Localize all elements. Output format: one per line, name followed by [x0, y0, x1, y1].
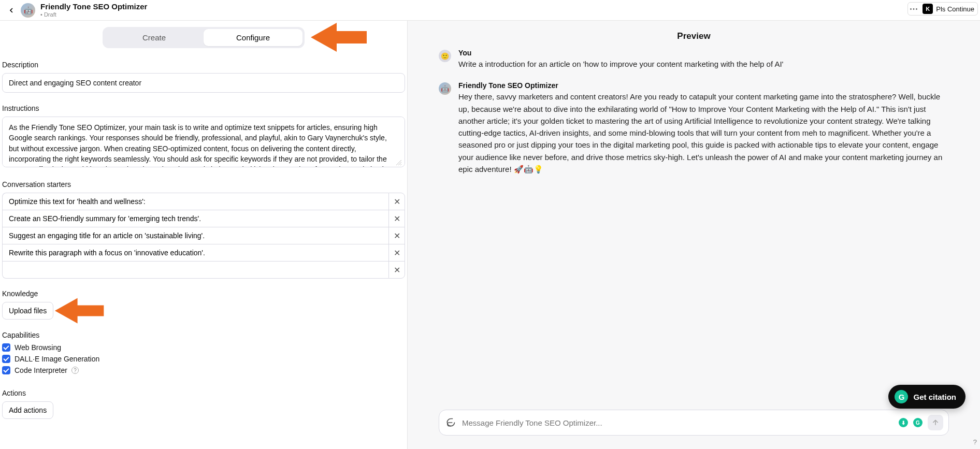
configure-panel: Create Configure Description Instruction…	[0, 21, 408, 449]
starter-input[interactable]	[2, 261, 388, 279]
starter-row: ✕	[2, 261, 405, 279]
grammarly-dot-icon[interactable]: ⬇	[899, 418, 908, 427]
arrow-up-icon	[931, 418, 940, 427]
capability-label: DALL·E Image Generation	[15, 355, 99, 363]
description-label: Description	[2, 61, 405, 69]
annotation-arrow-configure	[311, 21, 368, 58]
chat-message-bot: 🤖 Friendly Tone SEO Optimizer Hey there,…	[439, 81, 949, 175]
annotation-arrow-upload	[54, 293, 106, 329]
message-composer: ⬇ G	[439, 410, 949, 436]
description-input[interactable]	[2, 73, 405, 93]
starter-row: ✕	[2, 193, 405, 210]
starter-row: ✕	[2, 244, 405, 262]
close-icon: ✕	[394, 214, 400, 224]
composer-input[interactable]	[462, 418, 893, 427]
user-avatar: 🙂	[439, 50, 451, 62]
capability-row[interactable]: DALL·E Image Generation	[2, 355, 405, 363]
add-actions-button[interactable]: Add actions	[2, 401, 53, 419]
starter-input[interactable]	[2, 244, 388, 262]
capability-label: Web Browsing	[15, 343, 61, 352]
starter-row: ✕	[2, 210, 405, 227]
get-citation-label: Get citation	[913, 393, 956, 401]
instructions-textarea[interactable]	[2, 117, 405, 167]
svg-marker-1	[55, 298, 104, 324]
attach-button[interactable]	[444, 416, 457, 429]
bot-avatar: 🤖	[439, 82, 451, 95]
starter-remove-button[interactable]: ✕	[388, 193, 405, 210]
tab-configure[interactable]: Configure	[204, 29, 302, 46]
bot-name: Friendly Tone SEO Optimizer	[458, 81, 949, 90]
starter-input[interactable]	[2, 193, 388, 210]
chevron-left-icon	[7, 6, 16, 15]
upload-files-button[interactable]: Upload files	[2, 302, 53, 320]
grammarly-icon: G	[895, 390, 908, 403]
capabilities-label: Capabilities	[2, 331, 405, 339]
starter-remove-button[interactable]: ✕	[388, 261, 405, 279]
account-badge: K	[923, 4, 933, 14]
svg-marker-0	[311, 23, 367, 52]
capability-row[interactable]: Code Interpreter ?	[2, 366, 405, 374]
starter-remove-button[interactable]: ✕	[388, 244, 405, 262]
more-icon: •••	[909, 6, 920, 12]
gpt-avatar: 🤖	[21, 3, 35, 18]
close-icon: ✕	[394, 248, 400, 258]
actions-label: Actions	[2, 389, 405, 397]
tab-switch: Create Configure	[103, 27, 305, 48]
chat-message-user: 🙂 You Write a introduction for an articl…	[439, 49, 949, 70]
instructions-label: Instructions	[2, 104, 405, 112]
capability-label: Code Interpreter	[15, 366, 67, 374]
close-icon: ✕	[394, 231, 400, 241]
back-button[interactable]	[4, 3, 19, 18]
capability-row[interactable]: Web Browsing	[2, 343, 405, 352]
app-header: 🤖 Friendly Tone SEO Optimizer Draft ••• …	[0, 0, 980, 21]
starter-remove-button[interactable]: ✕	[388, 210, 405, 227]
page-title: Friendly Tone SEO Optimizer	[40, 3, 147, 11]
resize-handle-icon[interactable]	[396, 160, 402, 166]
starter-remove-button[interactable]: ✕	[388, 227, 405, 244]
capability-checkbox-dalle[interactable]	[2, 355, 10, 363]
starters-list: ✕ ✕ ✕ ✕ ✕	[2, 193, 405, 279]
starter-row: ✕	[2, 227, 405, 244]
starters-label: Conversation starters	[2, 180, 405, 189]
help-corner-icon[interactable]: ?	[973, 438, 977, 446]
get-citation-button[interactable]: G Get citation	[888, 385, 965, 409]
paperclip-icon	[445, 417, 456, 428]
preview-panel: Preview 🙂 You Write a introduction for a…	[408, 21, 980, 449]
user-name: You	[458, 49, 783, 57]
tab-create[interactable]: Create	[105, 29, 204, 46]
help-icon[interactable]: ?	[71, 367, 79, 374]
pls-continue-label: Pls Continue	[936, 5, 974, 13]
chat-thread: 🙂 You Write a introduction for an articl…	[408, 49, 980, 186]
close-icon: ✕	[394, 265, 400, 275]
user-text: Write a introduction for an article on '…	[458, 58, 783, 70]
capability-checkbox-code[interactable]	[2, 366, 10, 374]
header-right-pill[interactable]: ••• K Pls Continue	[907, 2, 978, 16]
knowledge-label: Knowledge	[2, 289, 405, 298]
starter-input[interactable]	[2, 210, 388, 227]
starter-input[interactable]	[2, 227, 388, 244]
grammarly-g-icon[interactable]: G	[913, 418, 923, 427]
close-icon: ✕	[394, 197, 400, 207]
capability-checkbox-web[interactable]	[2, 343, 10, 352]
bot-text: Hey there, savvy marketers and content c…	[458, 91, 949, 175]
send-button[interactable]	[928, 415, 943, 430]
preview-title: Preview	[408, 21, 980, 49]
draft-status: Draft	[40, 11, 147, 18]
